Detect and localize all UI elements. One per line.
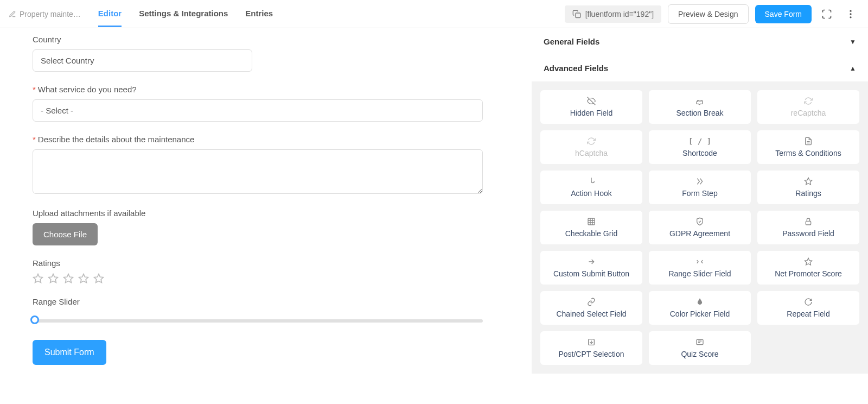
field-card-color-picker-field[interactable]: Color Picker Field	[649, 291, 751, 325]
upload-label: Upload attachments if available	[33, 209, 499, 218]
field-card-label: Form Step	[682, 189, 717, 198]
choose-file-button[interactable]: Choose File	[33, 223, 98, 245]
svg-point-1	[850, 10, 851, 11]
country-label: Country	[33, 35, 499, 44]
star-icon	[804, 257, 813, 266]
grid-icon	[587, 217, 596, 226]
star-icon	[804, 177, 813, 186]
tab-settings[interactable]: Settings & Integrations	[139, 1, 228, 27]
field-card-label: Repeat Field	[787, 310, 829, 318]
field-card-label: Checkable Grid	[565, 229, 618, 238]
field-card-action-hook[interactable]: Action Hook	[540, 171, 642, 204]
form-title-text: Property mainte…	[20, 10, 81, 18]
field-card-ratings[interactable]: Ratings	[757, 171, 859, 204]
arrow-icon	[587, 257, 596, 266]
field-card-password-field[interactable]: Password Field	[757, 211, 859, 244]
field-card-form-step[interactable]: Form Step	[649, 171, 751, 204]
field-card-recaptcha: reCaptcha	[757, 90, 859, 124]
svg-rect-0	[576, 13, 580, 18]
field-card-label: Color Picker Field	[670, 310, 730, 318]
field-range[interactable]: Range Slider	[33, 297, 499, 323]
fields-sidebar: General Fields ▼ Advanced Fields ▲ Hidde…	[532, 28, 868, 404]
field-card-label: Net Promoter Score	[775, 269, 842, 278]
svg-marker-7	[79, 274, 88, 283]
svg-rect-10	[588, 218, 595, 225]
field-card-range-slider-field[interactable]: Range Slider Field	[649, 251, 751, 285]
field-card-label: Quiz Score	[681, 350, 718, 358]
star-icon[interactable]	[93, 273, 104, 284]
lock-icon	[804, 217, 813, 226]
star-icon[interactable]	[63, 273, 74, 284]
svg-marker-5	[49, 274, 58, 283]
svg-point-2	[850, 13, 851, 15]
form-canvas: Country Select Country *What service do …	[0, 28, 532, 404]
field-card-quiz-score[interactable]: Quiz Score	[649, 331, 751, 365]
field-card-chained-select-field[interactable]: Chained Select Field	[540, 291, 642, 325]
field-card-repeat-field[interactable]: Repeat Field	[757, 291, 859, 325]
more-menu-icon[interactable]	[842, 5, 859, 23]
eye-off-icon	[587, 97, 596, 105]
describe-label: *Describe the details about the maintena…	[33, 135, 499, 144]
field-card-label: hCaptcha	[575, 149, 608, 157]
field-country[interactable]: Country Select Country	[33, 35, 499, 72]
fullscreen-icon[interactable]	[818, 5, 835, 23]
star-icon[interactable]	[48, 273, 59, 284]
hook-icon	[587, 177, 596, 186]
field-card-label: Shortcode	[682, 149, 717, 157]
field-describe[interactable]: *Describe the details about the maintena…	[33, 135, 499, 195]
field-ratings[interactable]: Ratings	[33, 258, 499, 284]
advanced-fields-title: Advanced Fields	[544, 64, 608, 73]
chevron-down-icon: ▼	[850, 38, 856, 46]
link-icon	[587, 298, 596, 306]
svg-marker-6	[64, 274, 73, 283]
shortcode-copy[interactable]: [fluentform id="192"]	[565, 5, 661, 23]
field-card-label: Section Break	[676, 109, 723, 117]
field-service[interactable]: *What service do you need? - Select -	[33, 85, 499, 122]
field-card-terms-conditions[interactable]: Terms & Conditions	[757, 130, 859, 164]
star-icon[interactable]	[33, 273, 43, 284]
field-card-label: Range Slider Field	[668, 269, 731, 278]
describe-textarea[interactable]	[33, 149, 483, 194]
puzzle-icon	[695, 97, 704, 105]
field-card-hidden-field[interactable]: Hidden Field	[540, 90, 642, 124]
field-card-label: reCaptcha	[791, 109, 826, 117]
service-select[interactable]: - Select -	[33, 99, 483, 122]
field-card-checkable-grid[interactable]: Checkable Grid	[540, 211, 642, 244]
svg-rect-11	[806, 221, 810, 225]
top-toolbar: Property mainte… Editor Settings & Integ…	[0, 0, 868, 28]
field-card-shortcode[interactable]: [ / ]Shortcode	[649, 130, 751, 164]
ratings-stars[interactable]	[33, 273, 499, 284]
bracket-icon: [ / ]	[688, 137, 711, 146]
range-thumb[interactable]	[30, 315, 39, 324]
general-fields-header[interactable]: General Fields ▼	[532, 28, 868, 55]
field-card-label: Terms & Conditions	[775, 149, 841, 157]
field-card-gdpr-agreement[interactable]: GDPR Agreement	[649, 211, 751, 244]
range-slider[interactable]	[33, 319, 483, 323]
field-card-net-promoter-score[interactable]: Net Promoter Score	[757, 251, 859, 285]
field-card-label: GDPR Agreement	[669, 229, 730, 238]
tab-entries[interactable]: Entries	[245, 1, 273, 27]
svg-marker-9	[805, 178, 812, 185]
field-upload[interactable]: Upload attachments if available Choose F…	[33, 209, 499, 245]
preview-design-button[interactable]: Preview & Design	[668, 4, 749, 24]
main-area: Country Select Country *What service do …	[0, 28, 868, 404]
quiz-icon	[695, 338, 704, 346]
country-select[interactable]: Select Country	[33, 49, 252, 72]
field-card-section-break[interactable]: Section Break	[649, 90, 751, 124]
refresh-icon	[804, 97, 813, 105]
submit-form-button[interactable]: Submit Form	[33, 340, 106, 365]
form-title[interactable]: Property mainte…	[9, 10, 81, 18]
field-card-custom-submit-button[interactable]: Custom Submit Button	[540, 251, 642, 285]
topbar-right: [fluentform id="192"] Preview & Design S…	[565, 4, 859, 24]
star-icon[interactable]	[78, 273, 89, 284]
tab-editor[interactable]: Editor	[98, 1, 122, 27]
shortcode-text: [fluentform id="192"]	[585, 10, 654, 18]
field-card-label: Ratings	[795, 189, 821, 198]
field-card-label: Action Hook	[571, 189, 611, 198]
save-form-button[interactable]: Save Form	[755, 5, 812, 23]
advanced-fields-header[interactable]: Advanced Fields ▲	[532, 55, 868, 81]
field-card-label: Post/CPT Selection	[558, 350, 624, 358]
tabs: Editor Settings & Integrations Entries	[98, 1, 273, 27]
field-card-post-cpt-selection[interactable]: Post/CPT Selection	[540, 331, 642, 365]
svg-marker-8	[94, 274, 104, 283]
